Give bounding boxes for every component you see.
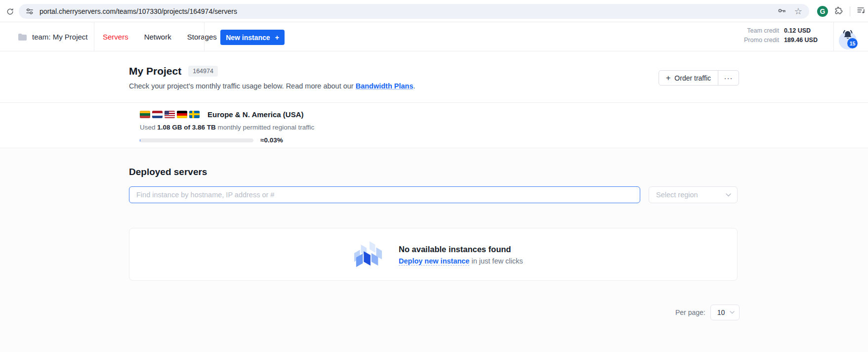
project-tabs: Servers Network Storages [103,22,217,51]
empty-state-title: No available instances found [399,245,523,254]
cherryservers-portal: portal.cherryservers.com/teams/107330/pr… [0,0,868,352]
url-text: portal.cherryservers.com/teams/107330/pr… [40,7,771,15]
deployed-servers-section: Deployed servers Select region [0,149,868,352]
chevron-down-icon [726,193,731,197]
cherryservers-logo-icon [353,240,384,269]
order-traffic-button[interactable]: + Order traffic [659,71,718,85]
new-instance-label: New instance [226,34,270,42]
instance-search-input[interactable] [129,186,640,203]
folder-icon [18,33,27,41]
description-text: Check your project's monthly traffic usa… [129,82,356,90]
project-id-badge: 164974 [188,66,218,77]
per-page-value: 10 [717,308,725,316]
flag-germany-icon [177,111,187,118]
password-key-icon[interactable] [777,6,786,17]
reading-list-icon[interactable] [856,5,866,17]
per-page-select[interactable]: 10 [710,305,740,320]
region-select[interactable]: Select region [649,186,738,203]
topbar-divider [94,22,94,51]
team-selector[interactable]: team: My Project [0,22,94,51]
project-header: My Project 164974 Check your project's m… [0,51,868,102]
team-label: team: My Project [32,33,88,41]
per-page-label: Per page: [675,308,705,316]
project-description: Check your project's monthly traffic usa… [129,82,415,90]
topbar-divider-3 [833,22,834,51]
notifications-button[interactable]: 15 [835,27,861,49]
section-heading: Deployed servers [129,167,207,177]
site-settings-icon[interactable] [26,7,34,15]
empty-state-subtitle: Deploy new instance in just few clicks [399,257,523,265]
bandwidth-plans-link[interactable]: Bandwidth Plans [356,82,413,90]
app-topbar: team: My Project Servers Network Storage… [0,22,868,51]
chevron-down-icon [730,311,735,314]
bookmark-star-icon[interactable]: ☆ [794,7,802,16]
description-period: . [413,82,415,90]
flag-lithuania-icon [140,111,150,118]
notification-badge: 15 [847,38,858,48]
promo-credit-label: Promo credit [744,36,779,44]
traffic-progress-bar [140,138,253,142]
address-bar[interactable]: portal.cherryservers.com/teams/107330/pr… [19,4,809,19]
region-name: Europe & N. America (USA) [207,110,303,119]
plus-icon: + [666,74,670,83]
tab-servers[interactable]: Servers [103,33,128,41]
usage-prefix: Used [140,124,157,131]
empty-state-suffix: in just few clicks [469,257,523,265]
region-select-placeholder: Select region [656,191,698,199]
traffic-progress-fill [140,138,140,142]
team-credit-value: 0.12 USD [784,27,818,35]
tab-storages[interactable]: Storages [187,33,217,41]
browser-toolbar: portal.cherryservers.com/teams/107330/pr… [0,0,868,22]
usage-percent: ≈0.03% [260,136,283,144]
extensions-puzzle-icon[interactable] [834,5,844,17]
usage-suffix: monthly permitted regional traffic [216,124,314,131]
pagination-controls: Per page: 10 [675,305,740,320]
flag-netherlands-icon [152,111,163,118]
credits-panel: Team credit 0.12 USD Promo credit 189.46… [744,27,818,44]
order-traffic-group: + Order traffic ··· [659,70,739,86]
plus-icon: + [275,34,279,42]
reload-icon[interactable] [4,5,16,17]
flag-usa-icon [165,111,175,118]
promo-credit-value: 189.46 USD [784,36,818,44]
toolbar-divider [850,6,850,16]
tab-network[interactable]: Network [144,33,171,41]
usage-text: Used 1.08 GB of 3.86 TB monthly permitte… [140,124,314,131]
team-credit-label: Team credit [744,27,779,35]
topbar-divider-2 [204,22,205,51]
deploy-new-instance-link[interactable]: Deploy new instance [399,257,469,265]
empty-state-card: No available instances found Deploy new … [129,228,738,281]
page-title: My Project [129,65,181,77]
order-traffic-label: Order traffic [674,74,711,82]
grammarly-extension-icon[interactable]: G [817,6,828,17]
region-bandwidth-row: Europe & N. America (USA) Used 1.08 GB o… [0,102,868,148]
new-instance-button[interactable]: New instance + [220,30,285,45]
flag-sweden-icon [189,111,200,118]
more-actions-button[interactable]: ··· [718,71,739,85]
usage-amount: 1.08 GB of 3.86 TB [157,124,216,131]
